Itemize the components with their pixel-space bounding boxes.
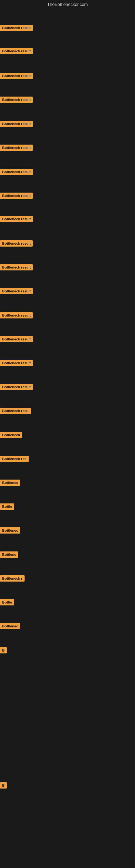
bottleneck-label: Bottleneck result — [0, 288, 33, 294]
bottleneck-label: B — [0, 647, 7, 653]
bottleneck-label: Bottlenec — [0, 479, 20, 486]
bottleneck-label: Bottleneck resu — [0, 408, 31, 414]
bottleneck-label: Bottlene — [0, 552, 18, 558]
bottleneck-label: Bottleneck result — [0, 145, 33, 151]
site-title: TheBottlenecker.com — [0, 0, 135, 9]
bottleneck-label: Bottleneck result — [0, 169, 33, 175]
bottleneck-label: Bottleneck res — [0, 456, 29, 462]
bottleneck-label: Bottlenec — [0, 527, 20, 533]
bottleneck-label: Bottle — [0, 503, 14, 510]
bottleneck-label: Bottleneck result — [0, 121, 33, 127]
bottleneck-label: Bottleneck result — [0, 360, 33, 366]
bottleneck-label: Bottle — [0, 599, 14, 606]
bottleneck-label: B — [0, 782, 7, 788]
bottleneck-label: Bottleneck result — [0, 312, 33, 318]
bottleneck-label: Bottleneck result — [0, 25, 33, 31]
bottleneck-label: Bottleneck result — [0, 240, 33, 247]
bottleneck-label: Bottleneck result — [0, 384, 33, 390]
bottleneck-label: Bottleneck result — [0, 193, 33, 199]
bottleneck-label: Bottleneck result — [0, 264, 33, 271]
bottleneck-label: Bottleneck result — [0, 216, 33, 222]
bottleneck-label: Bottleneck result — [0, 97, 33, 103]
bottleneck-label: Bottleneck — [0, 432, 22, 438]
bottleneck-label: Bottlenec — [0, 623, 20, 629]
bottleneck-label: Bottleneck result — [0, 73, 33, 79]
bottleneck-label: Bottleneck result — [0, 336, 33, 342]
bottleneck-label: Bottleneck r — [0, 575, 25, 582]
bottleneck-label: Bottleneck result — [0, 48, 33, 54]
